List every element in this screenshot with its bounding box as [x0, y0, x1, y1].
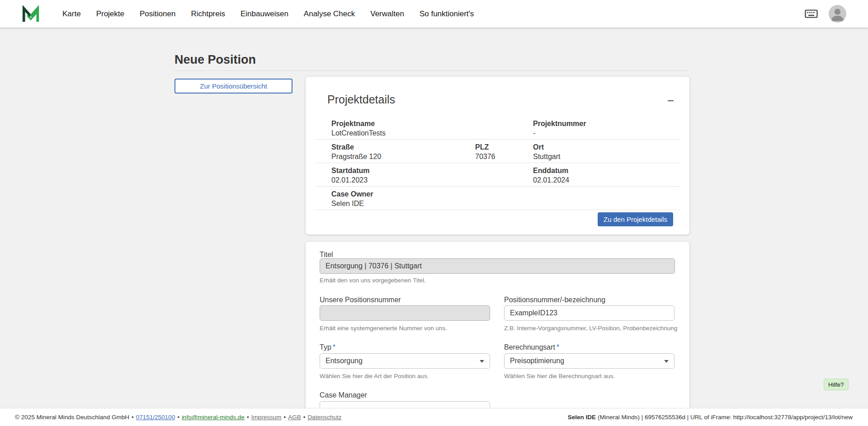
help-button[interactable]: Hilfe?: [824, 379, 849, 390]
table-row: Projektname LotCreationTests Projektnumm…: [315, 116, 680, 140]
chevron-down-icon: [664, 360, 669, 363]
berechnungsart-select[interactable]: Preisoptimierung: [504, 353, 675, 369]
unsere-positionsnummer-label: Unsere Positionsnummer: [320, 295, 401, 304]
footer-session-text: (Mineral Minds) | 69576255536d | URL of …: [598, 414, 853, 421]
field-case-owner: Case Owner Selen IDE: [331, 190, 680, 210]
field-plz: PLZ 70376: [475, 143, 533, 163]
separator-dot: •: [132, 414, 134, 421]
navbar-right-section: [805, 5, 846, 23]
nav-item-karte[interactable]: Karte: [62, 9, 81, 19]
titel-label: Titel: [320, 250, 333, 259]
chevron-down-icon: [480, 360, 484, 363]
nav-item-positionen[interactable]: Positionen: [140, 9, 175, 19]
field-value: Stuttgart: [533, 152, 680, 161]
keyboard-icon[interactable]: [805, 9, 818, 19]
positionsnummer-input[interactable]: [504, 305, 675, 321]
unsere-positionsnummer-helper: Erhält eine systemgenerierte Nummer von …: [320, 325, 447, 332]
required-asterisk: *: [557, 343, 559, 351]
field-startdatum: Startdatum 02.01.2023: [331, 166, 533, 186]
typ-select[interactable]: Entsorgung: [320, 353, 490, 369]
berechnungsart-label: Berechnungsart*: [504, 343, 559, 351]
project-details-card: Projektdetails − Projektname LotCreation…: [306, 77, 689, 234]
nav-item-verwalten[interactable]: Verwalten: [370, 9, 404, 19]
title-divider: [175, 70, 688, 71]
phone-link[interactable]: 07151/250100: [136, 414, 175, 421]
positionsnummer-helper: Z.B. Interne-Vorgangsnummer, LV-Position…: [504, 325, 677, 332]
field-label: Enddatum: [533, 166, 680, 175]
berechnungsart-helper: Wählen Sie hier die Berechnungsart aus.: [504, 373, 615, 379]
titel-label-text: Titel: [320, 251, 333, 258]
case-manager-label-text: Case Manager: [320, 391, 367, 399]
email-link[interactable]: info@mineral-minds.de: [182, 414, 245, 421]
field-label: Case Owner: [331, 190, 680, 199]
main-navigation: Karte Projekte Positionen Richtpreis Ein…: [62, 9, 474, 19]
case-manager-label: Case Manager: [320, 391, 367, 399]
field-value: LotCreationTests: [331, 128, 533, 138]
field-ort: Ort Stuttgart: [533, 143, 680, 163]
field-label: Ort: [533, 143, 680, 152]
field-label: PLZ: [475, 143, 533, 152]
separator-dot: •: [303, 414, 306, 421]
project-details-title: Projektdetails: [327, 93, 395, 106]
typ-label-text: Typ: [320, 343, 331, 351]
page-footer: © 2025 Mineral Minds Deutschland GmbH • …: [0, 408, 868, 426]
nav-item-projekte[interactable]: Projekte: [96, 9, 124, 19]
table-row: Case Owner Selen IDE: [315, 187, 680, 210]
table-row: Startdatum 02.01.2023 Enddatum 02.01.202…: [315, 163, 680, 187]
field-value: 02.01.2023: [331, 175, 533, 185]
titel-input: [320, 258, 675, 274]
unsere-positionsnummer-label-text: Unsere Positionsnummer: [320, 296, 401, 304]
separator-dot: •: [283, 414, 286, 421]
field-strasse: Straße Pragstraße 120: [331, 143, 475, 163]
impressum-link[interactable]: Impressum: [251, 414, 282, 421]
field-value: Selen IDE: [331, 199, 680, 208]
footer-session-info: Selen IDE(Mineral Minds) | 69576255536d …: [568, 414, 853, 421]
top-navbar: Karte Projekte Positionen Richtpreis Ein…: [0, 0, 868, 28]
positionsnummer-label: Positionsnummer/-bezeichnung: [504, 295, 605, 304]
nav-item-so-funktionierts[interactable]: So funktioniert's: [420, 9, 474, 19]
field-value: 70376: [475, 152, 533, 161]
separator-dot: •: [247, 414, 249, 421]
nav-item-einbauweisen[interactable]: Einbauweisen: [241, 9, 288, 19]
logo-m-icon: [21, 5, 40, 23]
field-projektname: Projektname LotCreationTests: [331, 119, 533, 139]
copyright-text: © 2025 Mineral Minds Deutschland GmbH: [15, 414, 129, 421]
field-label: Projektnummer: [533, 119, 680, 128]
field-projektnummer: Projektnummer -: [533, 119, 680, 139]
required-asterisk: *: [333, 343, 335, 351]
person-icon: [829, 5, 846, 23]
project-details-table: Projektname LotCreationTests Projektnumm…: [315, 116, 680, 210]
berechnungsart-label-text: Berechnungsart: [504, 343, 555, 351]
datenschutz-link[interactable]: Datenschutz: [307, 414, 341, 421]
nav-item-analyse-check[interactable]: Analyse Check: [304, 9, 355, 19]
footer-user-name: Selen IDE: [568, 414, 596, 421]
collapse-icon[interactable]: −: [667, 95, 674, 107]
user-avatar[interactable]: [829, 5, 846, 23]
titel-helper: Erhält den von uns vorgegebenen Titel.: [320, 277, 426, 284]
agb-link[interactable]: AGB: [288, 414, 301, 421]
back-to-positions-button[interactable]: Zur Positionsübersicht: [175, 79, 292, 94]
field-enddatum: Enddatum 02.01.2024: [533, 166, 680, 186]
field-label: Straße: [331, 143, 475, 152]
field-value: 02.01.2024: [533, 175, 680, 185]
go-to-project-details-button[interactable]: Zu den Projektdetails: [598, 212, 673, 226]
positionsnummer-label-text: Positionsnummer/-bezeichnung: [504, 296, 605, 304]
new-position-form-card: Titel Erhält den von uns vorgegebenen Ti…: [306, 242, 689, 419]
field-value: Pragstraße 120: [331, 152, 475, 161]
unsere-positionsnummer-input: [320, 305, 490, 321]
field-value: -: [533, 128, 680, 138]
footer-left: © 2025 Mineral Minds Deutschland GmbH • …: [15, 414, 341, 421]
nav-item-richtpreis[interactable]: Richtpreis: [191, 9, 225, 19]
typ-select-value: Entsorgung: [326, 357, 363, 365]
berechnungsart-select-value: Preisoptimierung: [510, 357, 564, 365]
table-row: Straße Pragstraße 120 PLZ 70376 Ort Stut…: [315, 140, 680, 163]
field-label: Projektname: [331, 119, 533, 128]
typ-label: Typ*: [320, 343, 335, 351]
mineral-minds-logo: [21, 5, 40, 23]
separator-dot: •: [177, 414, 179, 421]
page-title: Neue Position: [175, 52, 256, 67]
field-label: Startdatum: [331, 166, 533, 175]
typ-helper: Wählen Sie hier die Art der Position aus…: [320, 373, 429, 379]
